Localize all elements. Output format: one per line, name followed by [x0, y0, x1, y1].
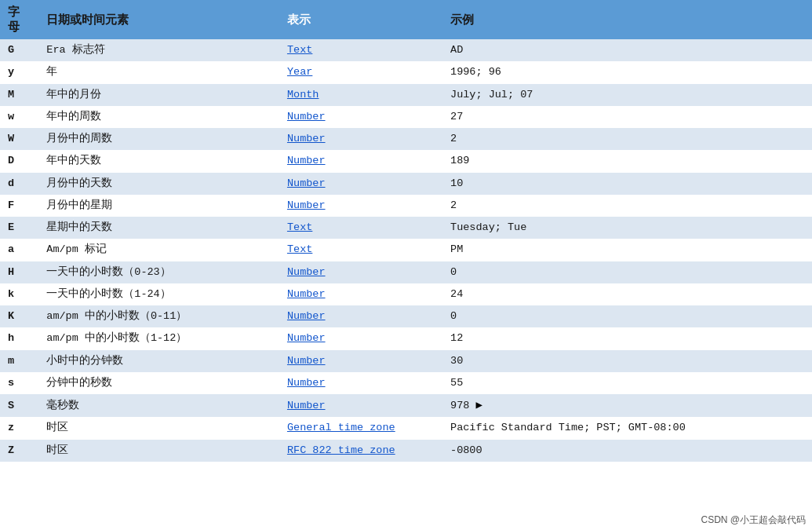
type-link[interactable]: General time zone: [287, 422, 395, 433]
table-row: k一天中的小时数（1-24）Number24: [0, 283, 812, 305]
cell-char: a: [0, 239, 38, 261]
cell-type[interactable]: Number: [279, 350, 442, 372]
cell-type[interactable]: Number: [279, 150, 442, 172]
watermark: CSDN @小王超会敲代码: [701, 514, 806, 527]
cell-type[interactable]: Number: [279, 327, 442, 349]
cell-char: s: [0, 372, 38, 394]
cell-type[interactable]: Number: [279, 283, 442, 305]
cell-desc: 分钟中的秒数: [38, 372, 279, 394]
header-desc: 日期或时间元素: [38, 0, 279, 39]
table-row: m小时中的分钟数Number30: [0, 350, 812, 372]
table-row: z时区General time zonePacific Standard Tim…: [0, 417, 812, 439]
cell-char: Z: [0, 440, 38, 462]
cell-example: 27: [442, 106, 812, 128]
cell-desc: 年中的天数: [38, 150, 279, 172]
type-link[interactable]: Text: [287, 221, 312, 233]
type-link[interactable]: Number: [287, 310, 326, 322]
type-link[interactable]: Month: [287, 89, 319, 101]
cell-desc: 时区: [38, 417, 279, 439]
cell-type[interactable]: Number: [279, 305, 442, 327]
cell-example: 12: [442, 327, 812, 349]
type-link[interactable]: Number: [287, 288, 326, 300]
datetime-table: 字母 日期或时间元素 表示 示例 GEra 标志符TextADy年Year199…: [0, 0, 812, 462]
cell-char: w: [0, 106, 38, 128]
cell-type[interactable]: Number: [279, 106, 442, 128]
cell-type[interactable]: Number: [279, 394, 442, 417]
type-link[interactable]: Number: [287, 111, 326, 122]
cursor-icon: ▶: [475, 399, 482, 411]
cell-char: W: [0, 128, 38, 150]
cell-example: 30: [442, 350, 812, 372]
cell-desc: 月份中的周数: [38, 128, 279, 150]
cell-example: 0: [442, 261, 812, 283]
type-link[interactable]: Number: [287, 355, 326, 367]
table-row: ham/pm 中的小时数（1-12）Number12: [0, 327, 812, 349]
cell-type[interactable]: Number: [279, 261, 442, 283]
table-row: d月份中的天数Number10: [0, 173, 812, 195]
cell-type[interactable]: Text: [279, 239, 442, 261]
type-link[interactable]: Number: [287, 377, 326, 389]
type-link[interactable]: Number: [287, 133, 326, 144]
cell-desc: 小时中的分钟数: [38, 350, 279, 372]
cell-desc: 年中的月份: [38, 84, 279, 106]
table-header-row: 字母 日期或时间元素 表示 示例: [0, 0, 812, 39]
type-link[interactable]: Year: [287, 66, 312, 78]
cell-type[interactable]: Number: [279, 173, 442, 195]
cell-char: K: [0, 305, 38, 327]
table-row: GEra 标志符TextAD: [0, 39, 812, 61]
cell-example: Pacific Standard Time; PST; GMT-08:00: [442, 417, 812, 439]
cell-char: k: [0, 283, 38, 305]
cell-desc: 月份中的天数: [38, 173, 279, 195]
type-link[interactable]: Number: [287, 199, 326, 211]
cell-desc: 星期中的天数: [38, 217, 279, 239]
table-row: D年中的天数Number189: [0, 150, 812, 172]
type-link[interactable]: RFC 822 time zone: [287, 444, 395, 456]
type-link[interactable]: Number: [287, 155, 326, 166]
type-link[interactable]: Text: [287, 44, 312, 56]
table-row: M年中的月份MonthJuly; Jul; 07: [0, 84, 812, 106]
cell-char: E: [0, 217, 38, 239]
cell-example: Tuesday; Tue: [442, 217, 812, 239]
table-row: s分钟中的秒数Number55: [0, 372, 812, 394]
type-link[interactable]: Text: [287, 243, 312, 255]
type-link[interactable]: Number: [287, 400, 326, 411]
table-row: y年Year1996; 96: [0, 61, 812, 83]
type-link[interactable]: Number: [287, 177, 326, 189]
cell-example: PM: [442, 239, 812, 261]
cell-example: 2: [442, 128, 812, 150]
cell-type[interactable]: Number: [279, 195, 442, 217]
cell-type[interactable]: Text: [279, 217, 442, 239]
cell-type[interactable]: Text: [279, 39, 442, 61]
table-row: S毫秒数Number978 ▶: [0, 394, 812, 417]
cell-example: 1996; 96: [442, 61, 812, 83]
header-example: 示例: [442, 0, 812, 39]
table-row: w年中的周数Number27: [0, 106, 812, 128]
cell-desc: am/pm 中的小时数（0-11）: [38, 305, 279, 327]
cell-desc: Am/pm 标记: [38, 239, 279, 261]
cell-char: y: [0, 61, 38, 83]
cell-char: m: [0, 350, 38, 372]
cell-desc: 时区: [38, 440, 279, 462]
table-row: Z时区RFC 822 time zone-0800: [0, 440, 812, 462]
cell-type[interactable]: Year: [279, 61, 442, 83]
type-link[interactable]: Number: [287, 266, 326, 278]
cell-char: H: [0, 261, 38, 283]
cell-example: AD: [442, 39, 812, 61]
cell-example: 55: [442, 372, 812, 394]
cell-desc: 一天中的小时数（1-24）: [38, 283, 279, 305]
cell-type[interactable]: Number: [279, 128, 442, 150]
cell-char: G: [0, 39, 38, 61]
cell-example: 24: [442, 283, 812, 305]
cell-type[interactable]: Month: [279, 84, 442, 106]
cell-desc: am/pm 中的小时数（1-12）: [38, 327, 279, 349]
table-row: E星期中的天数TextTuesday; Tue: [0, 217, 812, 239]
type-link[interactable]: Number: [287, 332, 326, 344]
cell-desc: 年中的周数: [38, 106, 279, 128]
cell-type[interactable]: General time zone: [279, 417, 442, 439]
table-row: H一天中的小时数（0-23）Number0: [0, 261, 812, 283]
cell-desc: 月份中的星期: [38, 195, 279, 217]
cell-type[interactable]: RFC 822 time zone: [279, 440, 442, 462]
cell-type[interactable]: Number: [279, 372, 442, 394]
cell-example: July; Jul; 07: [442, 84, 812, 106]
cell-char: d: [0, 173, 38, 195]
